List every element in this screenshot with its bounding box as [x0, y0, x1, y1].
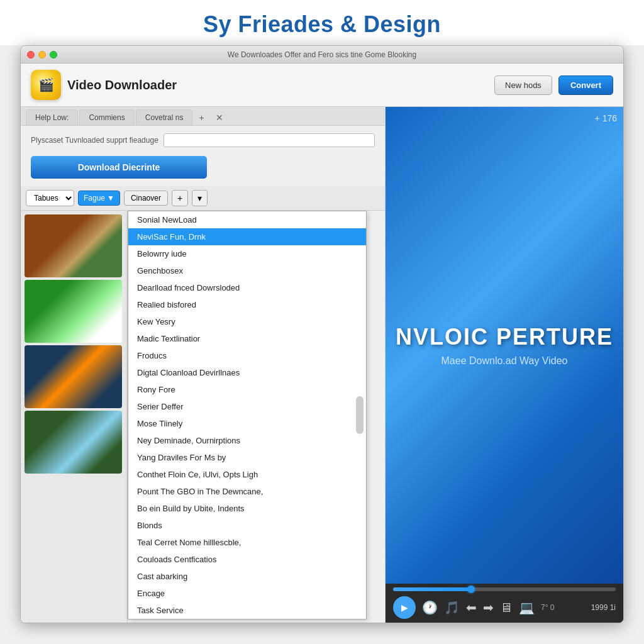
dropdown-chevron-icon: ▼ [107, 194, 114, 203]
right-panel: + 176 NVLOIC PERTURE Maee Downlo.ad Way … [386, 107, 623, 623]
list-item[interactable]: Rony Fore [128, 381, 366, 398]
list-item[interactable]: Ney Deminade, Ournirptions [128, 432, 366, 449]
left-panel: Help Low: Commiens Covetral ns + ✕ Plysc… [21, 107, 386, 623]
toolbar-dropdown-label: Fague [84, 194, 105, 203]
list-item[interactable]: Mose Tiinely [128, 415, 366, 432]
list-item[interactable]: Bo ein Build by Ubite, Indents [128, 500, 366, 517]
toolbar-chevron-button[interactable]: ▾ [192, 190, 208, 206]
list-item[interactable]: Task Service [128, 602, 366, 619]
forward-icon[interactable]: ➡ [483, 600, 494, 615]
list-item[interactable]: Encage [128, 585, 366, 602]
time-display: 1999 1i [591, 603, 616, 612]
search-area: Plyscaset Tuvnloaded supprt fieaduge [21, 126, 385, 155]
download-button[interactable]: Download Diecrinte [31, 156, 207, 179]
window-title: We Downloades Offer and Fero sics tine G… [228, 50, 416, 59]
list-item[interactable]: Pount The GBO in The Dewncane, [128, 483, 366, 500]
back-icon[interactable]: ⬅ [466, 600, 477, 615]
list-item[interactable]: Blonds [128, 517, 366, 534]
list-item[interactable]: Conthet Floin Ce, iUlvi, Opts Ligh [128, 466, 366, 483]
list-item[interactable]: Cast abarking [128, 568, 366, 585]
app-title: Video Downloader [67, 78, 177, 92]
thumbnail-1[interactable] [25, 214, 122, 277]
clock-icon[interactable]: 🕐 [422, 600, 438, 615]
list-item[interactable]: Yang Draviles For Ms by [128, 449, 366, 466]
toolbar-select[interactable]: Tabues [26, 190, 74, 206]
app-header: Video Downloader New hods Convert [21, 64, 623, 107]
progress-fill [393, 587, 471, 591]
scroll-indicator [356, 396, 364, 434]
list-item[interactable]: Kew Yesry [128, 313, 366, 330]
music-icon[interactable]: 🎵 [444, 600, 460, 615]
player-controls: ▶ 🕐 🎵 ⬅ ➡ 🖥 💻 7° 0 1999 1i [386, 584, 623, 623]
traffic-lights [27, 51, 57, 58]
list-item[interactable]: Genchbosex [128, 262, 366, 279]
maximize-traffic-light[interactable] [50, 51, 57, 58]
video-title-overlay: NVLOIC PERTURE Maee Downlo.ad Way Video [396, 324, 613, 367]
tab-close-button[interactable]: ✕ [211, 110, 228, 125]
laptop-icon[interactable]: 💻 [519, 600, 535, 615]
list-item[interactable]: Digtal Cloanload Devirllnaes [128, 364, 366, 381]
tab-add-button[interactable]: + [194, 110, 209, 125]
app-logo [31, 70, 61, 100]
video-subtitle: Maee Downlo.ad Way Video [396, 355, 613, 367]
list-item[interactable]: Sonial NewLoad [128, 211, 366, 228]
mac-window: We Downloades Offer and Fero sics tine G… [20, 45, 624, 623]
list-item[interactable]: Froducs [128, 347, 366, 364]
list-item[interactable]: Belowrry iude [128, 245, 366, 262]
download-btn-area: Download Diecrinte [21, 155, 385, 186]
cinaover-button[interactable]: Cinaover [124, 191, 168, 206]
main-content: Help Low: Commiens Covetral ns + ✕ Plysc… [21, 107, 623, 623]
thumbnail-2[interactable] [25, 280, 122, 343]
content-area: Sonial NewLoadNeviSac Fun, DrnkBelowrry … [21, 211, 385, 623]
toolbar-dropdown[interactable]: Fague ▼ [78, 191, 120, 206]
list-item[interactable]: Couloads Centficatios [128, 551, 366, 568]
thumbnails-column [21, 211, 128, 623]
header-buttons: New hods Convert [494, 75, 613, 95]
toolbar-row: Tabues Fague ▼ Cinaover + ▾ [21, 186, 385, 211]
page-title: Sy Frieades & Design [0, 11, 644, 38]
minimize-traffic-light[interactable] [38, 51, 46, 58]
tab-help-low[interactable]: Help Low: [26, 109, 78, 125]
thumbnail-4[interactable] [25, 411, 122, 474]
page-title-area: Sy Frieades & Design [0, 0, 644, 45]
new-hods-button[interactable]: New hods [494, 75, 552, 95]
play-button[interactable]: ▶ [393, 596, 416, 619]
convert-button[interactable]: Convert [558, 75, 613, 95]
list-item[interactable]: Teal Cerret Nome hilllescble, [128, 534, 366, 551]
title-bar: We Downloades Offer and Fero sics tine G… [21, 46, 623, 64]
list-item[interactable]: Madic Textlinatior [128, 330, 366, 347]
app-logo-area: Video Downloader [31, 70, 177, 100]
list-item[interactable]: Dearlload fnced Dowrsloded [128, 279, 366, 296]
thumbnail-3[interactable] [25, 345, 122, 408]
list-item[interactable]: NeviSac Fun, Drnk [128, 228, 366, 245]
close-traffic-light[interactable] [27, 51, 35, 58]
screen-icon[interactable]: 🖥 [500, 601, 513, 615]
search-input[interactable] [164, 133, 375, 147]
video-main-title: NVLOIC PERTURE [396, 324, 613, 350]
tabs-bar: Help Low: Commiens Covetral ns + ✕ [21, 107, 385, 126]
controls-row: ▶ 🕐 🎵 ⬅ ➡ 🖥 💻 7° 0 1999 1i [393, 596, 616, 619]
progress-bar[interactable] [393, 587, 616, 591]
tab-commiens[interactable]: Commiens [79, 109, 134, 125]
volume-display: 7° 0 [541, 603, 554, 612]
tab-covetral[interactable]: Covetral ns [136, 109, 193, 125]
list-item[interactable]: Serier Deffer [128, 398, 366, 415]
progress-thumb [467, 586, 475, 593]
search-label: Plyscaset Tuvnloaded supprt fieaduge [31, 136, 158, 145]
toolbar-plus-button[interactable]: + [172, 190, 188, 206]
video-area: + 176 NVLOIC PERTURE Maee Downlo.ad Way … [386, 107, 623, 584]
video-counter: + 176 [595, 113, 617, 123]
dropdown-list: Sonial NewLoadNeviSac Fun, DrnkBelowrry … [128, 211, 367, 619]
list-item[interactable]: Realied bisfored [128, 296, 366, 313]
